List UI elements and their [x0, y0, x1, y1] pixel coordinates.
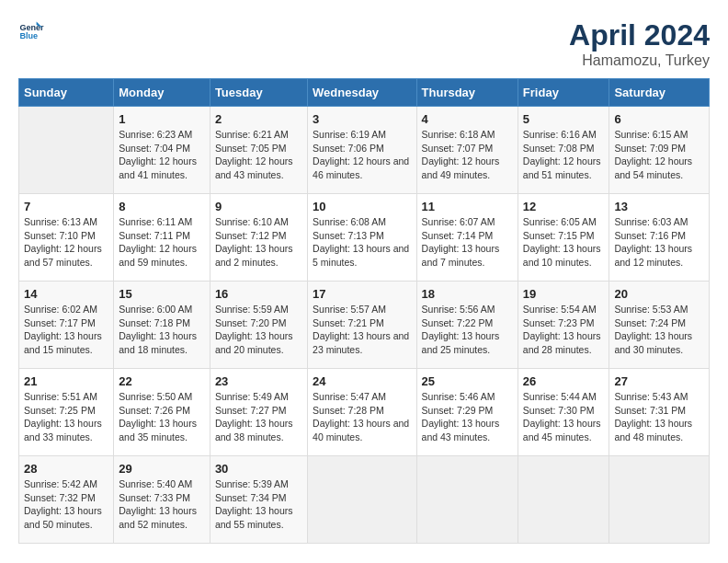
calendar-cell: 21Sunrise: 5:51 AMSunset: 7:25 PMDayligh…	[19, 369, 114, 456]
calendar-cell	[416, 456, 518, 544]
calendar-cell: 10Sunrise: 6:08 AMSunset: 7:13 PMDayligh…	[308, 194, 416, 282]
calendar-cell	[518, 456, 609, 544]
calendar-cell: 4Sunrise: 6:18 AMSunset: 7:07 PMDaylight…	[416, 107, 518, 194]
day-info: Sunrise: 5:53 AMSunset: 7:24 PMDaylight:…	[614, 303, 704, 357]
calendar-cell: 17Sunrise: 5:57 AMSunset: 7:21 PMDayligh…	[308, 282, 416, 369]
day-number: 21	[24, 374, 108, 388]
calendar-cell: 12Sunrise: 6:05 AMSunset: 7:15 PMDayligh…	[518, 194, 609, 282]
header-row: SundayMondayTuesdayWednesdayThursdayFrid…	[19, 79, 710, 107]
calendar-cell: 16Sunrise: 5:59 AMSunset: 7:20 PMDayligh…	[210, 282, 307, 369]
calendar-cell: 15Sunrise: 6:00 AMSunset: 7:18 PMDayligh…	[114, 282, 210, 369]
day-info: Sunrise: 6:07 AMSunset: 7:14 PMDaylight:…	[422, 215, 513, 270]
day-info: Sunrise: 5:46 AMSunset: 7:29 PMDaylight:…	[422, 390, 513, 444]
day-number: 8	[119, 200, 205, 213]
day-info: Sunrise: 6:16 AMSunset: 7:08 PMDaylight:…	[523, 128, 605, 182]
day-number: 7	[24, 200, 108, 213]
calendar-cell: 24Sunrise: 5:47 AMSunset: 7:28 PMDayligh…	[308, 369, 416, 456]
day-info: Sunrise: 5:49 AMSunset: 7:27 PMDaylight:…	[215, 390, 302, 444]
day-info: Sunrise: 6:18 AMSunset: 7:07 PMDaylight:…	[422, 128, 513, 182]
day-info: Sunrise: 6:15 AMSunset: 7:09 PMDaylight:…	[614, 128, 704, 182]
day-info: Sunrise: 5:43 AMSunset: 7:31 PMDaylight:…	[614, 390, 704, 444]
day-info: Sunrise: 5:42 AMSunset: 7:32 PMDaylight:…	[24, 477, 108, 532]
main-title: April 2024	[569, 18, 710, 52]
header-day-thursday: Thursday	[416, 79, 518, 107]
calendar-cell: 27Sunrise: 5:43 AMSunset: 7:31 PMDayligh…	[609, 369, 710, 456]
title-area: April 2024 Hamamozu, Turkey	[569, 18, 710, 69]
calendar-cell: 8Sunrise: 6:11 AMSunset: 7:11 PMDaylight…	[114, 194, 210, 282]
day-number: 27	[614, 374, 704, 388]
day-info: Sunrise: 6:19 AMSunset: 7:06 PMDaylight:…	[313, 128, 411, 182]
day-number: 28	[24, 462, 108, 476]
calendar-cell: 7Sunrise: 6:13 AMSunset: 7:10 PMDaylight…	[19, 194, 114, 282]
day-number: 5	[523, 112, 605, 126]
day-number: 23	[215, 374, 302, 388]
day-info: Sunrise: 5:47 AMSunset: 7:28 PMDaylight:…	[313, 390, 411, 444]
calendar-cell	[308, 456, 416, 544]
day-number: 6	[614, 112, 704, 126]
calendar-cell	[609, 456, 710, 544]
header: General Blue April 2024 Hamamozu, Turkey	[18, 18, 710, 69]
calendar-cell: 20Sunrise: 5:53 AMSunset: 7:24 PMDayligh…	[609, 282, 710, 369]
day-number: 1	[119, 112, 205, 126]
day-number: 17	[313, 287, 411, 301]
day-number: 24	[313, 374, 411, 388]
subtitle: Hamamozu, Turkey	[569, 52, 710, 69]
week-row-2: 7Sunrise: 6:13 AMSunset: 7:10 PMDaylight…	[19, 194, 710, 282]
calendar-cell: 5Sunrise: 6:16 AMSunset: 7:08 PMDaylight…	[518, 107, 609, 194]
week-row-3: 14Sunrise: 6:02 AMSunset: 7:17 PMDayligh…	[19, 282, 710, 369]
header-day-wednesday: Wednesday	[308, 79, 416, 107]
calendar-cell: 22Sunrise: 5:50 AMSunset: 7:26 PMDayligh…	[114, 369, 210, 456]
calendar-cell: 28Sunrise: 5:42 AMSunset: 7:32 PMDayligh…	[19, 456, 114, 544]
calendar-header: SundayMondayTuesdayWednesdayThursdayFrid…	[19, 79, 710, 107]
calendar-cell: 29Sunrise: 5:40 AMSunset: 7:33 PMDayligh…	[114, 456, 210, 544]
header-day-sunday: Sunday	[19, 79, 114, 107]
day-number: 13	[614, 200, 704, 213]
calendar-cell: 6Sunrise: 6:15 AMSunset: 7:09 PMDaylight…	[609, 107, 710, 194]
week-row-5: 28Sunrise: 5:42 AMSunset: 7:32 PMDayligh…	[19, 456, 710, 544]
day-number: 26	[523, 374, 605, 388]
day-info: Sunrise: 5:57 AMSunset: 7:21 PMDaylight:…	[313, 303, 411, 357]
calendar-cell: 13Sunrise: 6:03 AMSunset: 7:16 PMDayligh…	[609, 194, 710, 282]
day-info: Sunrise: 6:11 AMSunset: 7:11 PMDaylight:…	[119, 215, 205, 270]
day-info: Sunrise: 5:50 AMSunset: 7:26 PMDaylight:…	[119, 390, 205, 444]
day-info: Sunrise: 5:51 AMSunset: 7:25 PMDaylight:…	[24, 390, 108, 444]
day-info: Sunrise: 5:56 AMSunset: 7:22 PMDaylight:…	[422, 303, 513, 357]
day-number: 29	[119, 462, 205, 476]
day-info: Sunrise: 5:59 AMSunset: 7:20 PMDaylight:…	[215, 303, 302, 357]
day-number: 18	[422, 287, 513, 301]
header-day-monday: Monday	[114, 79, 210, 107]
day-number: 2	[215, 112, 302, 126]
day-info: Sunrise: 6:00 AMSunset: 7:18 PMDaylight:…	[119, 303, 205, 357]
calendar-cell: 25Sunrise: 5:46 AMSunset: 7:29 PMDayligh…	[416, 369, 518, 456]
day-number: 9	[215, 200, 302, 213]
week-row-1: 1Sunrise: 6:23 AMSunset: 7:04 PMDaylight…	[19, 107, 710, 194]
day-number: 20	[614, 287, 704, 301]
calendar-cell: 19Sunrise: 5:54 AMSunset: 7:23 PMDayligh…	[518, 282, 609, 369]
day-number: 14	[24, 287, 108, 301]
day-number: 3	[313, 112, 411, 126]
day-number: 22	[119, 374, 205, 388]
day-info: Sunrise: 5:54 AMSunset: 7:23 PMDaylight:…	[523, 303, 605, 357]
calendar-cell: 26Sunrise: 5:44 AMSunset: 7:30 PMDayligh…	[518, 369, 609, 456]
day-info: Sunrise: 6:21 AMSunset: 7:05 PMDaylight:…	[215, 128, 302, 182]
header-day-tuesday: Tuesday	[210, 79, 307, 107]
day-number: 19	[523, 287, 605, 301]
calendar-cell: 30Sunrise: 5:39 AMSunset: 7:34 PMDayligh…	[210, 456, 307, 544]
day-number: 10	[313, 200, 411, 213]
day-info: Sunrise: 5:44 AMSunset: 7:30 PMDaylight:…	[523, 390, 605, 444]
calendar-cell: 3Sunrise: 6:19 AMSunset: 7:06 PMDaylight…	[308, 107, 416, 194]
day-info: Sunrise: 6:02 AMSunset: 7:17 PMDaylight:…	[24, 303, 108, 357]
day-number: 12	[523, 200, 605, 213]
day-info: Sunrise: 6:10 AMSunset: 7:12 PMDaylight:…	[215, 215, 302, 270]
day-info: Sunrise: 6:23 AMSunset: 7:04 PMDaylight:…	[119, 128, 205, 182]
logo-icon: General Blue	[18, 18, 44, 44]
calendar-cell: 18Sunrise: 5:56 AMSunset: 7:22 PMDayligh…	[416, 282, 518, 369]
header-day-friday: Friday	[518, 79, 609, 107]
svg-text:General: General	[19, 23, 44, 32]
day-info: Sunrise: 6:03 AMSunset: 7:16 PMDaylight:…	[614, 215, 704, 270]
day-info: Sunrise: 6:13 AMSunset: 7:10 PMDaylight:…	[24, 215, 108, 270]
calendar-body: 1Sunrise: 6:23 AMSunset: 7:04 PMDaylight…	[19, 107, 710, 544]
calendar-cell: 1Sunrise: 6:23 AMSunset: 7:04 PMDaylight…	[114, 107, 210, 194]
logo: General Blue	[18, 18, 44, 44]
day-number: 25	[422, 374, 513, 388]
